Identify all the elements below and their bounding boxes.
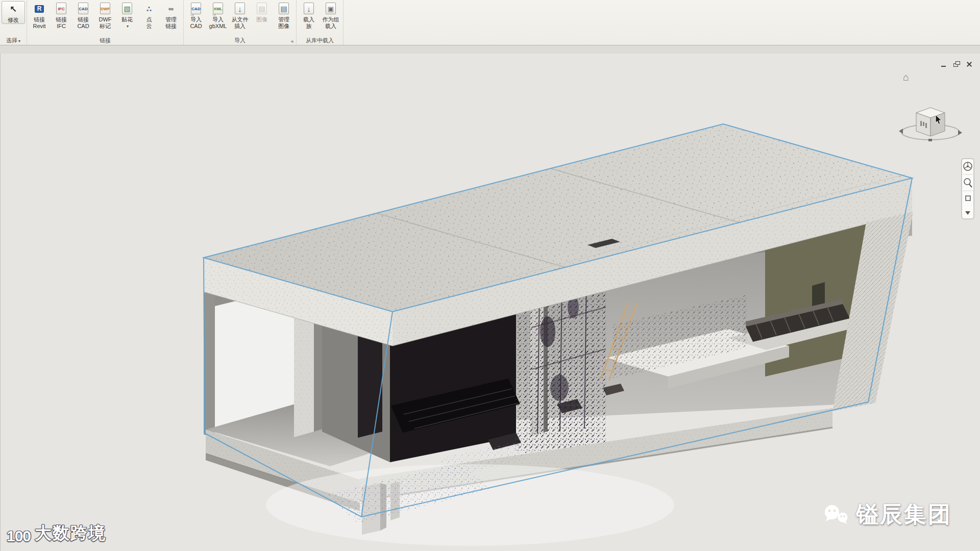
panel-label-import: 导入 xyxy=(185,36,295,45)
drawing-area[interactable]: ⌂ xyxy=(0,54,980,551)
link-ifc-icon: IFC xyxy=(54,2,69,16)
close-icon[interactable] xyxy=(966,61,972,67)
point-cloud-button[interactable]: ∴ 点云 xyxy=(138,1,160,30)
insert-from-file-icon: ↓ xyxy=(232,2,248,16)
point-cloud-icon: ∴ xyxy=(141,2,157,16)
watermark-left: 100 大数跨境 xyxy=(7,522,106,545)
dwf-markup-button[interactable]: DWF DWF标记 xyxy=(94,1,116,30)
ribbon-panel-load-from-library: ↓ 载入族 ▣ 作为组载入 从库中载入 xyxy=(297,0,344,45)
link-cad-button[interactable]: CAD 链接CAD xyxy=(72,1,94,30)
import-cad-icon: CAD xyxy=(188,2,204,16)
ribbon-panel-link: R 链接Revit IFC 链接IFC CAD 链接CAD DWF DWF标记 … xyxy=(27,0,184,45)
chevron-down-icon: ▾ xyxy=(18,39,20,43)
link-cad-icon: CAD xyxy=(76,2,91,16)
panel-label-load-from-library: 从库中载入 xyxy=(298,36,341,45)
panel-label-link: 链接 xyxy=(29,36,182,45)
ribbon-panel-import: CAD 导入CAD XML 导入gbXML ↓ 从文件插入 ▤ 图像 ▤ 管 xyxy=(184,0,297,45)
import-gbxml-icon: XML xyxy=(210,2,226,16)
insert-from-file-button[interactable]: ↓ 从文件插入 xyxy=(229,1,251,30)
navigation-bar[interactable] xyxy=(961,158,974,219)
image-icon: ▤ xyxy=(254,2,270,16)
watermark-right-text: 镒辰集团 xyxy=(856,499,952,530)
load-as-group-icon: ▣ xyxy=(323,2,338,16)
modify-button[interactable]: ↖ 修改 xyxy=(2,1,25,24)
manage-images-button[interactable]: ▤ 管理图像 xyxy=(273,1,295,30)
watermark-right: 镒辰集团 xyxy=(823,499,952,530)
wechat-icon xyxy=(823,505,850,525)
decal-button[interactable]: ▧ 贴花▾ xyxy=(116,1,138,30)
ribbon-panel-select: ↖ 修改 选择▾ xyxy=(0,0,27,45)
load-family-icon: ↓ xyxy=(301,2,316,16)
load-family-button[interactable]: ↓ 载入族 xyxy=(298,1,320,30)
link-ifc-button[interactable]: IFC 链接IFC xyxy=(51,1,72,30)
load-as-group-button[interactable]: ▣ 作为组载入 xyxy=(320,1,341,30)
manage-links-icon: ∞ xyxy=(163,2,179,16)
home-icon[interactable]: ⌂ xyxy=(903,72,909,82)
revit-application-window: ↖ 修改 选择▾ R 链接Revit IFC 链接IFC CAD 链接CAD xyxy=(0,0,980,551)
decal-icon: ▧ xyxy=(119,2,135,16)
link-revit-button[interactable]: R 链接Revit xyxy=(29,1,50,30)
watermark-left-text: 大数跨境 xyxy=(35,522,106,545)
image-button: ▤ 图像 xyxy=(251,1,273,23)
manage-images-icon: ▤ xyxy=(276,2,291,16)
watermark-left-logo: 100 xyxy=(7,528,31,545)
modify-cursor-icon: ↖ xyxy=(6,3,21,16)
ribbon: ↖ 修改 选择▾ R 链接Revit IFC 链接IFC CAD 链接CAD xyxy=(0,0,980,45)
import-gbxml-button[interactable]: XML 导入gbXML xyxy=(207,1,229,30)
restore-icon[interactable] xyxy=(953,61,960,67)
minimize-icon[interactable] xyxy=(940,61,947,67)
model-3d-view[interactable] xyxy=(1,54,980,551)
import-cad-button[interactable]: CAD 导入CAD xyxy=(185,1,207,30)
manage-links-button[interactable]: ∞ 管理链接 xyxy=(160,1,182,30)
panel-label-select[interactable]: 选择▾ xyxy=(2,36,25,45)
view-window-controls xyxy=(940,61,972,67)
viewcube[interactable] xyxy=(895,101,966,157)
ribbon-lower-strip xyxy=(0,45,980,54)
dwf-markup-icon: DWF xyxy=(97,2,113,16)
link-revit-icon: R xyxy=(32,2,47,16)
